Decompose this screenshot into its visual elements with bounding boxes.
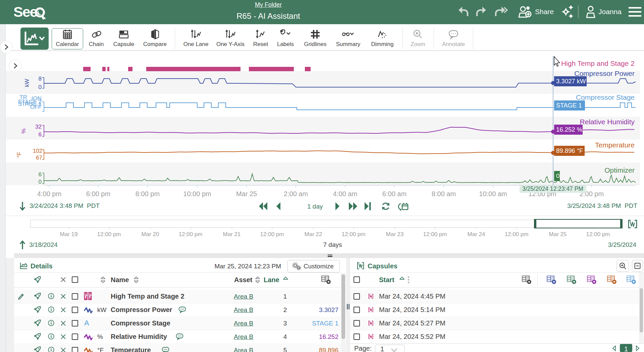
svg-text:OFF: OFF <box>30 104 42 110</box>
svg-text:2:00 am: 2:00 am <box>284 190 308 197</box>
svg-text:8:00 pm: 8:00 pm <box>136 190 160 197</box>
svg-text:kW: kW <box>24 79 30 87</box>
svg-text:Mar 25: Mar 25 <box>236 190 257 197</box>
svg-text:6: 6 <box>39 171 42 178</box>
svg-text:Relative Humidity: Relative Humidity <box>580 118 635 126</box>
svg-text:0: 0 <box>39 84 42 90</box>
svg-text:89.896 °F: 89.896 °F <box>556 147 583 154</box>
svg-text:4:00 pm: 4:00 pm <box>37 190 61 197</box>
svg-text:6:00 pm: 6:00 pm <box>86 190 110 197</box>
svg-text:67: 67 <box>36 155 42 161</box>
svg-text:102: 102 <box>33 148 42 154</box>
svg-text:4:00 am: 4:00 am <box>333 190 357 197</box>
svg-text:8: 8 <box>39 76 42 82</box>
svg-text:3.3027 kW: 3.3027 kW <box>556 78 586 85</box>
svg-text:Optimizer: Optimizer <box>604 166 635 174</box>
svg-text:8:00 am: 8:00 am <box>432 190 456 197</box>
svg-text:32: 32 <box>35 124 42 130</box>
svg-text:0: 0 <box>556 172 559 179</box>
svg-text:1 day: 1 day <box>307 203 323 210</box>
svg-text:°F: °F <box>16 152 22 158</box>
svg-text:%: % <box>20 128 27 133</box>
svg-text:High Temp and Stage 2: High Temp and Stage 2 <box>561 59 635 67</box>
svg-text:STAGE 1: STAGE 1 <box>556 102 582 109</box>
svg-text:10:00 pm: 10:00 pm <box>183 190 211 197</box>
svg-text:6: 6 <box>39 131 42 138</box>
svg-text:Temperature: Temperature <box>595 141 635 149</box>
svg-text:3/25/2024 12:23:47 PM: 3/25/2024 12:23:47 PM <box>522 185 583 192</box>
svg-text:16.252 %: 16.252 % <box>556 126 582 133</box>
svg-text:Compressor Power: Compressor Power <box>574 70 635 77</box>
svg-text:6:00 am: 6:00 am <box>382 190 407 197</box>
svg-text:10:00 am: 10:00 am <box>479 190 507 197</box>
svg-text:Compressor Stage: Compressor Stage <box>576 93 635 101</box>
svg-text:0: 0 <box>39 179 42 185</box>
svg-text:See: See <box>14 4 38 20</box>
